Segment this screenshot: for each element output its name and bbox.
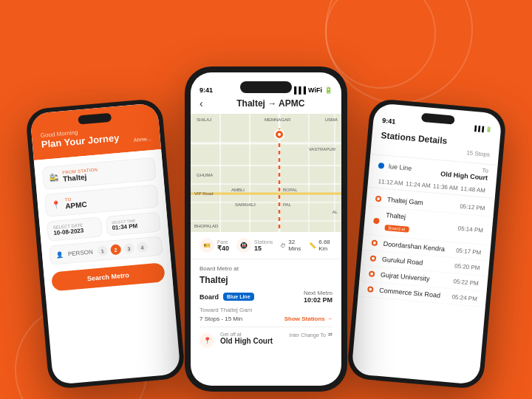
interchange-info: Inter Change To ⇄ <box>289 332 332 338</box>
right-phone: 9:41 ▐▐▐ 🔋 Stations Details 15 Stops lue… <box>347 98 507 390</box>
station-name: Thaltej Gam <box>387 196 454 209</box>
fare-icon: 🎫 <box>200 238 214 253</box>
person-3[interactable]: 3 <box>123 243 134 254</box>
search-metro-button[interactable]: Search Metro <box>51 262 166 291</box>
board-row: Board Blue Line Next Metro 10:02 PM <box>200 290 332 304</box>
line-tag: Blue Line <box>223 293 254 301</box>
toward-label: Toward Thaltej Gam <box>200 307 332 313</box>
station-info: ThaltejBoard at <box>384 211 453 238</box>
fare-bar: 🎫 Fare ₹40 🚇 Stations 15 ⏱ <box>191 232 341 259</box>
station-badge: Board at <box>384 225 409 233</box>
map-label-bhopal: BHOPALAD <box>194 224 218 228</box>
back-button[interactable]: ‹ <box>200 98 203 109</box>
to-icon: 📍 <box>52 200 61 209</box>
map-label-usma: USMA <box>325 117 338 122</box>
time-col-2: 11:24 AM <box>404 180 432 189</box>
right-status-time: 9:41 <box>382 117 396 126</box>
line-dot <box>378 162 385 168</box>
board-station-name: Thaltej <box>200 275 332 285</box>
center-phone: 9:41 ▐▐▐WiFi🔋 ‹ Thaltej → APMC <box>185 66 347 392</box>
distance-value: 6.68 Km <box>318 239 332 252</box>
station-info: Commerce Six Road <box>379 287 446 300</box>
divider <box>200 327 332 327</box>
person-1[interactable]: 1 <box>97 245 108 256</box>
travel-time: 32 Mins <box>288 239 301 252</box>
station-time: 05:14 PM <box>457 225 483 233</box>
station-name: Gujrat University <box>381 271 448 284</box>
time-field[interactable]: SELECT TIME 01:34 PM <box>105 211 161 236</box>
station-time: 05:20 PM <box>454 262 480 271</box>
person-4[interactable]: 4 <box>137 242 148 253</box>
map-label-ambli: AMBLI <box>231 188 245 192</box>
time-col-1: 11:12 AM <box>377 178 405 187</box>
line-name: lue Line <box>389 163 412 172</box>
station-dot <box>373 218 380 225</box>
date-field[interactable]: SELECT DATE 10-08-2023 <box>47 216 103 241</box>
map-label-shilaj: SHILAJ <box>197 117 211 122</box>
person-label: PERSON <box>68 248 93 257</box>
center-status-icons: ▐▐▐WiFi🔋 <box>292 86 332 94</box>
time-item: ⏱ 32 Mins <box>280 238 301 253</box>
stations-value: 15 <box>254 245 273 252</box>
map-label-vastrapur: VASTRAPUR <box>309 147 335 151</box>
station-info: Gurukul Road <box>382 256 449 269</box>
station-time: 05:12 PM <box>460 202 485 211</box>
stations-item: 🚇 Stations 15 <box>236 238 273 253</box>
fare-label: Fare <box>217 239 229 245</box>
map-label-memnagar: MEMNAGAR <box>265 117 290 122</box>
time-distance-items: ⏱ 32 Mins 📏 6.68 Km <box>280 238 332 253</box>
station-name: Doordarshan Kendra <box>383 240 450 253</box>
destination-name: Old High Court <box>220 337 273 345</box>
station-info: Gujrat University <box>381 271 448 284</box>
station-dot <box>370 255 377 262</box>
station-time: 05:17 PM <box>456 247 482 256</box>
map-label-vip: VIP Road <box>194 191 214 196</box>
route-title: Thaltej → APMC <box>209 98 332 109</box>
station-dot <box>375 196 382 202</box>
person-icon: 👤 <box>56 250 64 258</box>
destination-icon: 📍 <box>200 333 214 348</box>
stations-icon: 🚇 <box>236 238 251 253</box>
fare-info: Fare ₹40 <box>217 239 229 252</box>
left-phone-body: 🚉 FROM STATION Thaltej 📍 TO APMC <box>34 149 174 299</box>
center-nav: ‹ Thaltej → APMC <box>191 93 341 114</box>
map-label-sarkhej: SARKHEJ <box>235 202 256 207</box>
station-info: Doordarshan Kendra <box>383 240 450 253</box>
to-field[interactable]: 📍 TO APMC <box>44 185 159 217</box>
station-dot <box>371 240 378 247</box>
svg-rect-0 <box>191 114 341 232</box>
phones-container: Good Morning Plan Your Jorney Ahme... 🚉 … <box>7 59 525 399</box>
board-at-label: Board Metro at <box>200 265 332 272</box>
center-phone-screen: 9:41 ▐▐▐WiFi🔋 ‹ Thaltej → APMC <box>191 72 341 386</box>
to-value: APMC <box>65 200 87 211</box>
get-off-label: Get off at <box>220 332 273 337</box>
destination-row: 📍 Get off at Old High Court Inter Change… <box>200 332 332 348</box>
station-name: Commerce Six Road <box>379 287 446 300</box>
map-label-bopal: BOPAL <box>283 188 298 192</box>
map-label-al: AL <box>332 210 338 214</box>
next-metro-time: 10:02 PM <box>304 296 332 304</box>
show-stations-button[interactable]: Show Stations → <box>284 316 332 322</box>
station-dot <box>367 286 374 293</box>
center-phone-camera <box>240 81 292 93</box>
interchange-label: Inter Change To <box>289 332 326 338</box>
person-2[interactable]: 2 <box>110 244 121 255</box>
destination-info: Get off at Old High Court <box>220 332 273 345</box>
station-dot <box>369 270 375 277</box>
svg-point-14 <box>278 133 281 136</box>
stops-row: 7 Stops - 15 Min Show Stations → <box>200 316 332 322</box>
station-name: Thaltej <box>386 211 453 225</box>
next-metro-label: Next Metro <box>304 290 332 296</box>
time-col-3: 11:36 AM <box>432 183 460 191</box>
station-time: 05:22 PM <box>453 278 479 287</box>
station-name: Gurukul Road <box>382 256 449 269</box>
stops-info: 7 Stops - 15 Min <box>200 316 242 322</box>
station-list: Thaltej Gam05:12 PMThaltejBoard at05:14 … <box>358 188 495 310</box>
from-icon: 🚉 <box>49 173 58 182</box>
from-field[interactable]: 🚉 FROM STATION Thaltej <box>42 157 157 190</box>
person-numbers: 1 2 3 4 <box>97 242 148 256</box>
clock-icon: ⏱ <box>280 242 286 249</box>
distance-item: 📏 6.68 Km <box>309 238 332 253</box>
fare-value: ₹40 <box>217 245 229 252</box>
person-row[interactable]: 👤 PERSON 1 2 3 4 <box>49 236 163 265</box>
